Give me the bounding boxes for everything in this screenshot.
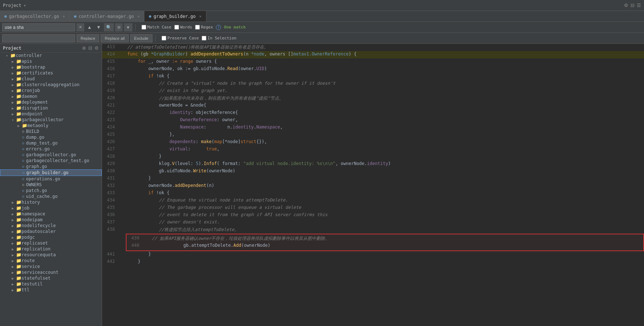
sidebar-item-bootstrap[interactable]: ▶ 📁 bootstrap bbox=[0, 64, 102, 70]
sidebar-item-apis[interactable]: ▶ 📁 apis bbox=[0, 58, 102, 64]
clear-search-button[interactable]: ✕ bbox=[77, 23, 84, 31]
sidebar-item-clusterroleaggregation[interactable]: ▶ 📁 clusterroleaggregation bbox=[0, 82, 102, 88]
in-selection-checkbox[interactable] bbox=[202, 36, 206, 41]
menu-icon[interactable]: ☰ bbox=[637, 3, 641, 8]
code-line-437: 437 // owner doesn't exist. bbox=[102, 219, 644, 226]
tab-garbagecollector-close[interactable]: ✕ bbox=[63, 14, 65, 18]
code-line-425: 425 }, bbox=[102, 131, 644, 139]
sidebar-item-metaonly[interactable]: ▶ 📁 metaonly bbox=[0, 123, 102, 129]
testutil-folder-icon: 📁 bbox=[16, 281, 22, 287]
in-selection-option[interactable]: In Selection bbox=[202, 36, 236, 41]
sidebar-item-garbagecollector[interactable]: ▾ 📁 garbagecollector bbox=[0, 117, 102, 123]
split-icon[interactable]: ⊟ bbox=[631, 3, 635, 8]
sidebar-item-replicaset[interactable]: ▶ 📁 replicaset bbox=[0, 240, 102, 246]
sidebar-item-resourcequota[interactable]: ▶ 📁 resourcequota bbox=[0, 252, 102, 258]
build-label: BUILD bbox=[26, 129, 102, 134]
sidebar-item-namespace[interactable]: ▶ 📁 namespace bbox=[0, 211, 102, 217]
code-line-441: 441 } bbox=[102, 251, 644, 258]
sidebar-item-podgc[interactable]: ▶ 📁 podgc bbox=[0, 234, 102, 240]
line-content-439: // 如果API服务器确认owner不存在，垃圾处理器将排队虚拟删除事件以将其从… bbox=[150, 235, 643, 242]
sidebar-item-nodelifecycle[interactable]: ▶ 📁 nodelifecycle bbox=[0, 223, 102, 229]
tab-go-icon: ● bbox=[4, 14, 7, 19]
sidebar-item-deployment[interactable]: ▶ 📁 deployment bbox=[0, 99, 102, 105]
sidebar-item-nodeipam[interactable]: ▶ 📁 nodeipam bbox=[0, 217, 102, 223]
regex-checkbox[interactable] bbox=[195, 25, 200, 30]
code-line-424: 424 Namespace: n.identity.Namespace, bbox=[102, 124, 644, 131]
tab-graph-builder-close[interactable]: ✕ bbox=[199, 14, 202, 18]
sidebar-collapse-button[interactable]: ⊟ bbox=[88, 45, 92, 51]
code-line-420: 420 //如果图形中尚未存在，则在图表中为所有者创建"虚拟"节点。 bbox=[102, 95, 644, 102]
sidebar-item-cloud[interactable]: ▶ 📁 cloud bbox=[0, 76, 102, 82]
exclude-button[interactable]: Exclude bbox=[130, 34, 152, 42]
sidebar-item-statefulset[interactable]: ▶ 📁 statefulset bbox=[0, 275, 102, 281]
sidebar-item-controller[interactable]: ▾ 📁 controller bbox=[0, 53, 102, 58]
line-number-432: 432 bbox=[102, 183, 119, 188]
sidebar-item-endpoint[interactable]: ▶ 📁 endpoint bbox=[0, 111, 102, 117]
title-dropdown-icon[interactable]: ▾ bbox=[24, 3, 26, 8]
sidebar-item-cronjob[interactable]: ▶ 📁 cronjob bbox=[0, 88, 102, 93]
sidebar-item-OWNERS[interactable]: ▫ OWNERS bbox=[0, 182, 102, 188]
words-option[interactable]: Words bbox=[174, 25, 192, 30]
sidebar-item-errors.go[interactable]: ▫ errors.go bbox=[0, 146, 102, 152]
tab-controller-manager[interactable]: ● controller-manager.go ✕ bbox=[70, 11, 144, 22]
sidebar-item-service[interactable]: ▶ 📁 service bbox=[0, 264, 102, 269]
preserve-case-checkbox[interactable] bbox=[162, 36, 166, 41]
code-line-438: 438 //将虚拟节点排入attemptToDelete。 bbox=[102, 226, 644, 234]
sidebar-item-garbagecollector_test.go[interactable]: ▫ garbagecollector_test.go bbox=[0, 158, 102, 164]
replace-button[interactable]: Replace bbox=[77, 34, 99, 42]
sidebar-item-dump.go[interactable]: ▫ dump.go bbox=[0, 134, 102, 140]
match-case-checkbox[interactable] bbox=[141, 25, 146, 30]
regex-option[interactable]: Regex bbox=[195, 25, 213, 30]
filter-button[interactable]: 🔍 bbox=[104, 23, 114, 31]
filter-options-button[interactable]: ▼ bbox=[124, 23, 132, 31]
multiline-button[interactable]: ⊞ bbox=[115, 23, 123, 31]
sidebar-settings-button[interactable]: ⚙ bbox=[94, 45, 99, 51]
uid-cache-label: uid_cache.go bbox=[26, 194, 102, 199]
sidebar-add-button[interactable]: ⊕ bbox=[82, 45, 86, 51]
sidebar-item-replication[interactable]: ▶ 📁 replication bbox=[0, 246, 102, 252]
sidebar-item-operations.go[interactable]: ▫ operations.go bbox=[0, 176, 102, 182]
match-case-option[interactable]: Match Case bbox=[141, 25, 171, 30]
replace-all-button[interactable]: Replace all bbox=[101, 34, 128, 42]
sidebar-item-certificates[interactable]: ▶ 📁 certificates bbox=[0, 70, 102, 76]
sidebar-item-testutil[interactable]: ▶ 📁 testutil bbox=[0, 281, 102, 287]
tab-controller-manager-close[interactable]: ✕ bbox=[137, 14, 140, 18]
garbagecollector-file-label: garbagecollector.go bbox=[26, 152, 102, 157]
sidebar-item-ttl[interactable]: ▶ 📁 ttl bbox=[0, 287, 102, 293]
help-icon[interactable]: ? bbox=[216, 25, 221, 30]
sidebar-actions: ⊕ ⊟ ⚙ bbox=[82, 45, 99, 51]
build-file-icon: ▫ bbox=[22, 129, 24, 134]
sidebar-item-uid_cache.go[interactable]: ▫ uid_cache.go bbox=[0, 193, 102, 199]
sidebar-item-podautoscaler[interactable]: ▶ 📁 podautoscaler bbox=[0, 229, 102, 234]
sidebar-item-disruption[interactable]: ▶ 📁 disruption bbox=[0, 105, 102, 111]
code-line-418: 418 // Create a "virtual" node in the gr… bbox=[102, 80, 644, 88]
sidebar-item-serviceaccount[interactable]: ▶ 📁 serviceaccount bbox=[0, 269, 102, 275]
replace-input[interactable] bbox=[2, 34, 75, 42]
sidebar-item-route[interactable]: ▶ 📁 route bbox=[0, 258, 102, 264]
cloud-arrow: ▶ bbox=[12, 77, 16, 81]
prev-match-button[interactable]: ▲ bbox=[86, 24, 93, 31]
settings-icon[interactable]: ⚙ bbox=[624, 3, 628, 8]
sidebar-item-garbagecollector.go[interactable]: ▫ garbagecollector.go bbox=[0, 152, 102, 158]
sidebar-item-graph.go[interactable]: ▫ graph.go bbox=[0, 164, 102, 169]
replace-separator bbox=[155, 35, 156, 42]
sidebar-title: Project bbox=[3, 46, 22, 51]
tab-garbagecollector[interactable]: ● garbagecollector.go ✕ bbox=[0, 11, 70, 22]
code-line-435: 435 // The garbage processor will enqueu… bbox=[102, 204, 644, 212]
next-match-button[interactable]: ▼ bbox=[95, 24, 102, 31]
code-line-436: 436 // event to delete it from the graph… bbox=[102, 212, 644, 219]
code-editor[interactable]: 413 // attemptToDeleteItem()将根据API服务器验证所… bbox=[102, 44, 644, 326]
tab-graph-builder[interactable]: ● graph_builder.go ✕ bbox=[144, 11, 206, 22]
sidebar-item-patch.go[interactable]: ▫ patch.go bbox=[0, 188, 102, 193]
search-input[interactable] bbox=[2, 23, 75, 31]
sidebar-item-daemon[interactable]: ▶ 📁 daemon bbox=[0, 93, 102, 99]
code-line-433: 433 if !ok { bbox=[102, 190, 644, 197]
words-checkbox[interactable] bbox=[174, 25, 179, 30]
code-line-417: 417 if !ok { bbox=[102, 73, 644, 80]
sidebar-item-BUILD[interactable]: ▫ BUILD bbox=[0, 129, 102, 134]
sidebar-item-job[interactable]: ▶ 📁 job bbox=[0, 205, 102, 211]
sidebar-item-dump_test.go[interactable]: ▫ dump_test.go bbox=[0, 140, 102, 146]
preserve-case-option[interactable]: Preserve Case bbox=[162, 36, 199, 41]
sidebar-item-graph_builder.go[interactable]: ▫ graph_builder.go bbox=[0, 169, 102, 176]
sidebar-item-history[interactable]: ▶ 📁 history bbox=[0, 199, 102, 205]
